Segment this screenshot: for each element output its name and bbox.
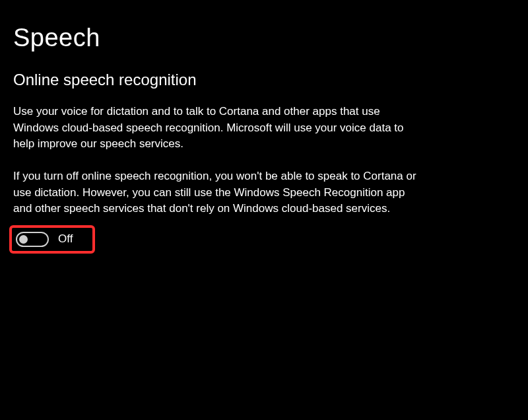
toggle-knob-icon [19,235,28,244]
section-heading-online-speech: Online speech recognition [13,71,515,89]
description-paragraph-1: Use your voice for dictation and to talk… [13,104,422,153]
online-speech-toggle[interactable]: Off [16,232,73,247]
description-paragraph-2: If you turn off online speech recognitio… [13,168,422,217]
toggle-state-label: Off [58,232,73,246]
toggle-switch-icon [16,232,49,247]
page-title: Speech [13,24,515,52]
annotation-highlight-box: Off [9,225,95,254]
